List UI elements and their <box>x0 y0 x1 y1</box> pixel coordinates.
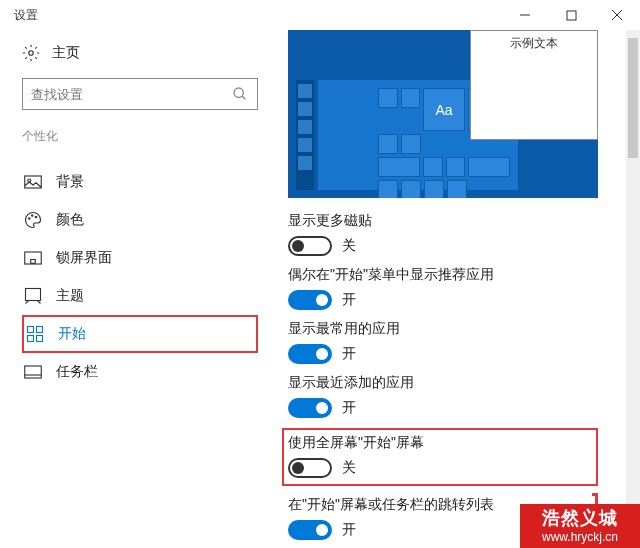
svg-rect-17 <box>28 336 34 342</box>
setting-more-tiles: 显示更多磁贴 关 <box>288 212 598 256</box>
sidebar-item-label: 主题 <box>56 287 84 305</box>
toggle-recently-added[interactable] <box>288 398 332 418</box>
svg-rect-13 <box>31 260 36 264</box>
watermark-title: 浩然义城 <box>542 508 618 530</box>
lockscreen-icon <box>24 249 42 267</box>
sidebar-item-label: 颜色 <box>56 211 84 229</box>
sidebar: 主页 个性化 背景 颜色 锁屏界面 主题 <box>0 30 270 548</box>
close-button[interactable] <box>594 0 640 30</box>
toggle-fullscreen-start[interactable] <box>288 458 332 478</box>
toggle-state-text: 关 <box>342 459 356 477</box>
scrollbar-thumb[interactable] <box>628 38 638 158</box>
setting-suggestions: 偶尔在"开始"菜单中显示推荐应用 开 <box>288 266 598 310</box>
svg-rect-19 <box>25 366 42 378</box>
setting-most-used: 显示最常用的应用 开 <box>288 320 598 364</box>
toggle-state-text: 开 <box>342 399 356 417</box>
start-preview: Aa 示例文本 <box>288 30 598 198</box>
svg-rect-16 <box>37 327 43 333</box>
toggle-state-text: 开 <box>342 521 356 539</box>
svg-point-4 <box>29 51 34 56</box>
minimize-button[interactable] <box>502 0 548 30</box>
watermark: 浩然义城 www.hryckj.cn <box>520 504 640 548</box>
sidebar-item-start[interactable]: 开始 <box>22 315 258 353</box>
setting-label: 使用全屏幕"开始"屏幕 <box>288 434 590 452</box>
setting-label: 显示最常用的应用 <box>288 320 598 338</box>
sidebar-item-label: 开始 <box>58 325 86 343</box>
window-title: 设置 <box>14 7 38 24</box>
titlebar: 设置 <box>0 0 640 30</box>
svg-rect-18 <box>37 336 43 342</box>
sidebar-item-label: 锁屏界面 <box>56 249 112 267</box>
setting-fullscreen-start: 使用全屏幕"开始"屏幕 关 <box>282 428 598 486</box>
theme-icon <box>24 287 42 305</box>
maximize-button[interactable] <box>548 0 594 30</box>
toggle-jumplist[interactable] <box>288 520 332 540</box>
search-icon <box>231 85 249 103</box>
toggle-state-text: 关 <box>342 237 356 255</box>
sidebar-item-themes[interactable]: 主题 <box>22 277 258 315</box>
window-controls <box>502 0 640 30</box>
svg-rect-7 <box>25 176 42 188</box>
svg-point-5 <box>234 88 243 97</box>
sample-text-popup: 示例文本 <box>470 30 598 140</box>
svg-rect-15 <box>28 327 34 333</box>
toggle-suggestions[interactable] <box>288 290 332 310</box>
taskbar-icon <box>24 363 42 381</box>
sidebar-item-label: 背景 <box>56 173 84 191</box>
svg-point-11 <box>35 216 37 218</box>
toggle-state-text: 开 <box>342 345 356 363</box>
home-label: 主页 <box>52 44 80 62</box>
sidebar-item-lockscreen[interactable]: 锁屏界面 <box>22 239 258 277</box>
scrollbar[interactable] <box>626 30 640 548</box>
svg-rect-12 <box>25 252 42 264</box>
toggle-most-used[interactable] <box>288 344 332 364</box>
search-field[interactable] <box>31 87 231 102</box>
section-label: 个性化 <box>22 128 258 145</box>
sidebar-item-colors[interactable]: 颜色 <box>22 201 258 239</box>
setting-label: 显示最近添加的应用 <box>288 374 598 392</box>
svg-rect-1 <box>567 11 576 20</box>
toggle-state-text: 开 <box>342 291 356 309</box>
setting-label: 显示更多磁贴 <box>288 212 598 230</box>
sidebar-item-background[interactable]: 背景 <box>22 163 258 201</box>
picture-icon <box>24 173 42 191</box>
watermark-url: www.hryckj.cn <box>542 530 618 544</box>
svg-point-9 <box>29 218 31 220</box>
home-link[interactable]: 主页 <box>22 44 258 62</box>
toggle-more-tiles[interactable] <box>288 236 332 256</box>
start-icon <box>26 325 44 343</box>
svg-point-10 <box>32 215 34 217</box>
preview-tile-aa: Aa <box>423 88 465 131</box>
setting-recently-added: 显示最近添加的应用 开 <box>288 374 598 418</box>
svg-line-6 <box>242 96 245 99</box>
preview-taskbar <box>296 80 314 190</box>
palette-icon <box>24 211 42 229</box>
gear-icon <box>22 44 40 62</box>
main-panel: Aa 示例文本 显示更多磁贴 关 偶尔在"开始"菜单中显示推荐应用 <box>270 30 640 548</box>
settings-list: 显示更多磁贴 关 偶尔在"开始"菜单中显示推荐应用 开 显示最常用的应用 开 <box>288 198 598 540</box>
setting-label: 偶尔在"开始"菜单中显示推荐应用 <box>288 266 598 284</box>
sidebar-item-taskbar[interactable]: 任务栏 <box>22 353 258 391</box>
svg-rect-14 <box>26 289 41 301</box>
sidebar-item-label: 任务栏 <box>56 363 98 381</box>
search-input[interactable] <box>22 78 258 110</box>
